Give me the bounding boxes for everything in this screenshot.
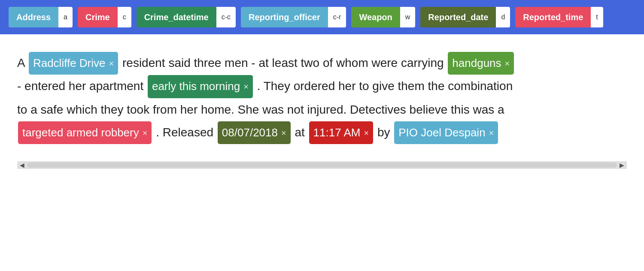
scroll-left-arrow[interactable]: ◀ [17,162,27,169]
tag-shortcut-reported-time: t [591,7,603,27]
tag-shortcut-address: a [58,7,73,27]
tag-shortcut-reporting-officer: c-r [328,7,346,27]
tag-label-reported-date: Reported_date [420,7,496,27]
tag-button-crime[interactable]: Crime c [78,7,131,27]
scrollbar-track[interactable] [27,163,617,168]
crime-datetime-tag[interactable]: early this morning × [148,75,253,98]
crime-tag-remove[interactable]: × [143,125,148,141]
tag-button-weapon[interactable]: Weapon w [351,7,415,27]
text-line3: to a safe which they took from her home.… [17,103,504,116]
content-area: A Radcliffe Drive × resident said three … [0,34,644,157]
reporting-officer-tag-text: PIO Joel Despain [398,122,485,143]
tag-label-reported-time: Reported_time [515,7,591,27]
tag-label-reporting-officer: Reporting_officer [241,7,328,27]
scroll-right-arrow[interactable]: ▶ [617,162,627,169]
toolbar: Address a Crime c Crime_datetime c-c Rep… [0,0,644,34]
crime-tag[interactable]: targeted armed robbery × [18,121,152,144]
reporting-officer-tag-remove[interactable]: × [489,125,494,141]
reported-time-tag-text: 11:17 AM [313,122,361,143]
weapon-tag-remove[interactable]: × [505,55,510,72]
reported-time-tag[interactable]: 11:17 AM × [309,121,374,144]
tag-button-reporting-officer[interactable]: Reporting_officer c-r [241,7,346,27]
text-by: by [377,126,390,139]
address-tag-remove[interactable]: × [109,55,114,72]
tag-shortcut-reported-date: d [496,7,510,27]
tag-button-reported-time[interactable]: Reported_time t [515,7,603,27]
tag-shortcut-crime: c [118,7,131,27]
crime-datetime-tag-remove[interactable]: × [243,78,249,95]
text-released: . Released [156,126,213,139]
address-tag-text: Radcliffe Drive [33,53,106,74]
reported-date-tag[interactable]: 08/07/2018 × [218,121,291,144]
tag-label-crime: Crime [78,7,118,27]
text-line-2: - entered her apartment early this morni… [17,75,627,98]
text-line-1: A Radcliffe Drive × resident said three … [17,51,627,75]
reported-time-tag-remove[interactable]: × [364,125,369,141]
reporting-officer-tag[interactable]: PIO Joel Despain × [394,121,498,144]
reported-date-tag-text: 08/07/2018 [222,122,278,143]
text-after-address: resident said three men - at least two o… [122,56,444,69]
text-at: at [295,126,304,139]
scrollbar-area: ◀ ▶ [17,161,627,169]
tag-button-crime-datetime[interactable]: Crime_datetime c-c [137,7,236,27]
text-line2-after: . They ordered her to give them the comb… [257,79,513,93]
tag-button-reported-date[interactable]: Reported_date d [420,7,510,27]
tag-label-crime-datetime: Crime_datetime [137,7,216,27]
crime-datetime-tag-text: early this morning [152,76,240,97]
weapon-tag-text: handguns [452,53,501,74]
text-line-4: targeted armed robbery × . Released 08/0… [17,121,627,144]
tag-shortcut-crime-datetime: c-c [216,7,236,27]
text-a: A [17,56,24,69]
crime-tag-text: targeted armed robbery [22,122,139,143]
text-line2-before: - entered her apartment [17,79,143,93]
tag-button-address[interactable]: Address a [9,7,73,27]
text-line-3: to a safe which they took from her home.… [17,98,627,121]
tag-label-weapon: Weapon [351,7,400,27]
reported-date-tag-remove[interactable]: × [281,125,286,141]
tag-label-address: Address [9,7,58,27]
address-tag[interactable]: Radcliffe Drive × [29,52,118,75]
weapon-tag[interactable]: handguns × [448,52,514,75]
tag-shortcut-weapon: w [400,7,416,27]
